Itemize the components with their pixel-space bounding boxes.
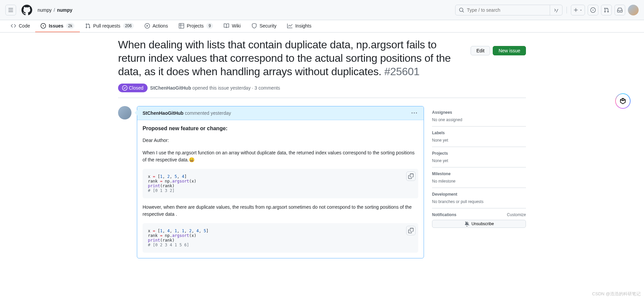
issue-author-link[interactable]: StChenHaoGitHub <box>150 85 191 91</box>
search-input[interactable] <box>464 7 550 13</box>
user-avatar[interactable] <box>628 5 639 15</box>
issue-header: When dealing with lists that contain dup… <box>118 38 526 81</box>
plus-icon <box>573 7 579 13</box>
issue-meta-text: StChenHaoGitHub opened this issue yester… <box>150 85 280 91</box>
issue-number: #25601 <box>384 65 420 78</box>
sidebar: Assignees No one assigned Labels None ye… <box>432 106 526 258</box>
tab-label: Insights <box>295 23 311 29</box>
issue-opened-icon <box>590 7 596 13</box>
comment-paragraph: However, when there are duplicate values… <box>143 204 418 218</box>
github-logo[interactable] <box>21 5 32 15</box>
tab-counter: 2k <box>66 23 74 29</box>
breadcrumb-repo[interactable]: numpy <box>57 7 72 13</box>
state-text: Closed <box>129 85 144 91</box>
repo-nav: Code Issues 2k Pull requests 206 Actions… <box>0 20 644 33</box>
tab-actions[interactable]: Actions <box>139 20 173 32</box>
comment-menu-button[interactable] <box>410 109 418 117</box>
tab-label: Actions <box>153 23 168 29</box>
sidebar-title: Projects <box>432 151 526 156</box>
issue-title: When dealing with lists that contain dup… <box>118 38 461 78</box>
copy-icon <box>408 173 414 179</box>
tab-security[interactable]: Security <box>246 20 282 32</box>
tab-label: Projects <box>187 23 204 29</box>
customize-link[interactable]: Customize <box>507 212 526 217</box>
floating-widget[interactable] <box>615 93 631 109</box>
tab-label: Code <box>19 23 30 29</box>
git-pull-request-icon <box>85 23 91 29</box>
comment-paragraph: When I use the np.argsort function on an… <box>143 149 418 163</box>
new-issue-button[interactable]: New issue <box>493 46 526 55</box>
tab-wiki[interactable]: Wiki <box>218 20 246 32</box>
sidebar-value: No milestone <box>432 179 526 184</box>
shield-icon <box>252 23 257 29</box>
sidebar-milestone: Milestone No milestone <box>432 167 526 188</box>
sidebar-title: Milestone <box>432 171 526 176</box>
copy-button[interactable] <box>406 226 416 235</box>
main-container: When dealing with lists that contain dup… <box>107 33 537 264</box>
breadcrumb-owner[interactable]: numpy <box>38 7 52 13</box>
sidebar-development: Development No branches or pull requests <box>432 188 526 208</box>
issue-meta: Closed StChenHaoGitHub opened this issue… <box>118 84 526 98</box>
github-icon <box>21 5 32 15</box>
sidebar-value: None yet <box>432 138 526 143</box>
smile-emoji-icon: 😀 <box>189 156 195 163</box>
tab-insights[interactable]: Insights <box>282 20 317 32</box>
sidebar-value: No one assigned <box>432 117 526 122</box>
issue-title-wrap: When dealing with lists that contain dup… <box>118 38 461 81</box>
tab-label: Pull requests <box>93 23 120 29</box>
command-palette-button[interactable] <box>550 5 562 15</box>
unsubscribe-button[interactable]: Unsubscribe <box>432 220 526 228</box>
kebab-icon <box>412 110 417 116</box>
issue-state-badge: Closed <box>118 84 148 92</box>
sidebar-title: Development <box>432 192 526 197</box>
search-box[interactable] <box>455 5 562 15</box>
header-left: numpy / numpy <box>5 5 72 15</box>
hamburger-menu-button[interactable] <box>5 5 16 15</box>
copy-button[interactable] <box>406 171 416 181</box>
code-block: x = [1, 4, 1, 1, 2, 4, 5] rank = np.args… <box>143 223 418 253</box>
issues-shortcut-button[interactable] <box>588 5 598 15</box>
tab-code[interactable]: Code <box>5 20 35 32</box>
tab-issues[interactable]: Issues 2k <box>35 20 79 32</box>
caret-down-icon <box>579 8 583 12</box>
edit-button[interactable]: Edit <box>471 46 490 55</box>
tab-label: Wiki <box>232 23 240 29</box>
tab-pull-requests[interactable]: Pull requests 206 <box>80 20 139 32</box>
comment-avatar[interactable] <box>118 106 131 119</box>
inbox-icon <box>617 7 623 13</box>
tab-projects[interactable]: Projects 9 <box>173 20 219 32</box>
comment-box: StChenHaoGitHub commented yesterday Prop… <box>137 106 424 258</box>
graph-icon <box>287 23 292 29</box>
code-content: x = [1, 2, 5, 4] rank = np.argsort(x) pr… <box>148 174 413 193</box>
sidebar-notifications: Notifications Customize Unsubscribe <box>432 208 526 232</box>
inbox-button[interactable] <box>614 5 625 15</box>
issue-icon <box>41 23 46 29</box>
hamburger-icon <box>8 7 13 13</box>
comment-time: commented yesterday <box>185 110 231 116</box>
sidebar-value: No branches or pull requests <box>432 199 526 204</box>
comment-wrap: StChenHaoGitHub commented yesterday Prop… <box>118 106 424 258</box>
tab-label: Security <box>260 23 277 29</box>
git-pull-request-icon <box>604 7 609 13</box>
sidebar-title: Labels <box>432 131 526 135</box>
issue-header-actions: Edit New issue <box>471 46 526 55</box>
breadcrumb: numpy / numpy <box>38 7 72 13</box>
bell-slash-icon <box>464 221 470 227</box>
pull-requests-shortcut-button[interactable] <box>601 5 612 15</box>
copy-icon <box>408 228 414 233</box>
main-column: StChenHaoGitHub commented yesterday Prop… <box>118 106 424 258</box>
comment-paragraph: Dear Author: <box>143 137 418 144</box>
table-icon <box>179 23 184 29</box>
tab-label: Issues <box>49 23 63 29</box>
sidebar-value: None yet <box>432 158 526 163</box>
comment-header: StChenHaoGitHub commented yesterday <box>137 106 424 120</box>
floating-widget-icon <box>616 94 630 108</box>
code-block: x = [1, 2, 5, 4] rank = np.argsort(x) pr… <box>143 169 418 198</box>
sidebar-title: Notifications <box>432 212 457 217</box>
code-icon <box>11 23 16 29</box>
comment-heading: Proposed new feature or change: <box>143 126 418 132</box>
comment-author-link[interactable]: StChenHaoGitHub <box>143 110 183 116</box>
command-icon <box>553 7 559 13</box>
unsubscribe-label: Unsubscribe <box>472 221 494 226</box>
create-menu-button[interactable] <box>571 5 585 15</box>
